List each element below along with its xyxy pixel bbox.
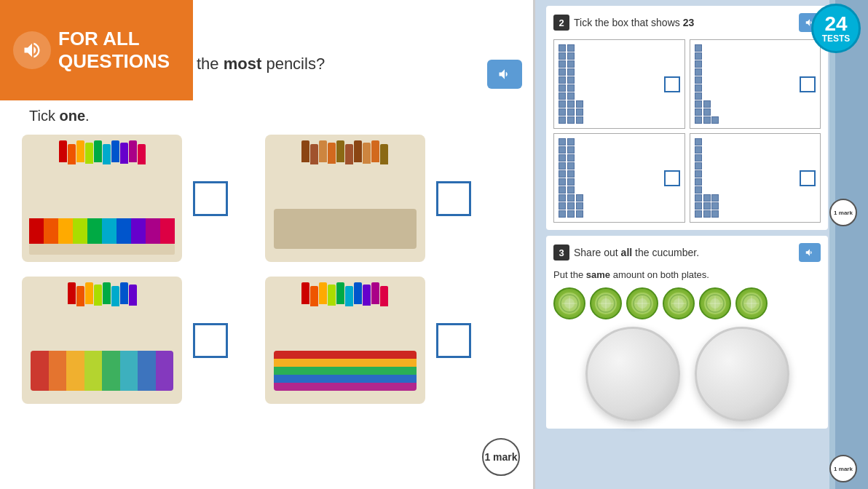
block-option-3 [553, 133, 685, 223]
mark-indicator-q3: 1 mark [829, 455, 857, 482]
checkbox-4[interactable] [436, 323, 471, 358]
checkbox-block-3[interactable] [664, 170, 680, 186]
for-all-questions-banner: FOR ALL QUESTIONS [0, 0, 193, 100]
svg-point-16 [706, 295, 724, 312]
svg-point-5 [601, 298, 611, 309]
svg-point-1 [564, 298, 575, 309]
cucumber-row [553, 287, 821, 319]
block-visual-3 [559, 138, 583, 218]
cucumber-6 [735, 287, 768, 319]
svg-point-12 [670, 295, 687, 312]
pencil-box-1 [22, 135, 182, 262]
block-visual-1 [559, 44, 583, 124]
audio-button-q3[interactable] [799, 243, 821, 262]
q2-section: 2 Tick the box that shows 23 [546, 6, 828, 230]
svg-point-8 [634, 295, 651, 312]
q3-subtext: Put the same amount on both plates. [553, 269, 821, 280]
pencil-box-2 [265, 135, 425, 262]
tests-badge: 24 TESTS [811, 4, 861, 53]
cucumber-1 [553, 287, 585, 319]
audio-button-q1[interactable] [487, 60, 522, 89]
q3-section: 3 Share out all the cucumber. Put the sa… [546, 236, 828, 429]
pencil-option-1 [22, 135, 250, 262]
blocks-options-grid [553, 39, 821, 223]
checkbox-block-2[interactable] [800, 76, 816, 92]
svg-point-13 [674, 298, 684, 309]
block-option-2 [690, 39, 821, 129]
block-visual-4 [695, 138, 719, 218]
tick-instruction: Tick one. [29, 108, 90, 124]
svg-point-4 [597, 295, 615, 312]
cucumber-4 [663, 287, 695, 319]
checkbox-block-4[interactable] [800, 170, 816, 186]
checkbox-3[interactable] [193, 323, 228, 358]
pencil-options-grid [22, 135, 493, 404]
pencil-box-3 [22, 277, 182, 404]
svg-point-0 [561, 295, 578, 312]
block-option-4 [690, 133, 821, 223]
cucumber-5 [699, 287, 731, 319]
pencil-box-4 [265, 277, 425, 404]
pencil-option-2 [265, 135, 494, 262]
plates-row [553, 327, 821, 421]
mark-indicator-left: 1 mark [482, 438, 520, 476]
svg-point-9 [637, 298, 647, 309]
cucumber-2 [590, 287, 622, 319]
checkbox-1[interactable] [193, 181, 228, 216]
svg-point-20 [743, 295, 760, 312]
checkbox-2[interactable] [436, 181, 471, 216]
q3-text: Share out all the cucumber. [574, 247, 799, 258]
banner-speaker-icon [13, 31, 51, 69]
question-text: the most pencils? [197, 55, 489, 73]
plate-1 [585, 327, 680, 421]
left-panel: FOR ALL QUESTIONS the most pencils? Tick… [0, 0, 535, 489]
right-panel-left-accent [829, 0, 835, 489]
mark-indicator-q2: 1 mark [829, 199, 857, 226]
block-visual-2 [695, 44, 719, 124]
banner-label: FOR ALL QUESTIONS [58, 28, 170, 73]
cucumber-3 [626, 287, 658, 319]
q2-text: Tick the box that shows 23 [574, 17, 799, 28]
q3-header: 3 Share out all the cucumber. [553, 243, 821, 262]
plate-2 [695, 327, 789, 421]
right-panel: 24 TESTS 2 Tick the box that shows 23 [535, 0, 868, 489]
pencil-option-3 [22, 277, 250, 404]
pencil-option-4 [265, 277, 494, 404]
svg-point-17 [710, 298, 720, 309]
svg-point-21 [746, 298, 757, 309]
q2-header: 2 Tick the box that shows 23 [553, 13, 821, 32]
block-option-1 [553, 39, 685, 129]
right-panel-right-sidebar [835, 0, 868, 489]
checkbox-block-1[interactable] [664, 76, 680, 92]
q2-container: 2 Tick the box that shows 23 [546, 6, 828, 230]
q3-container: 3 Share out all the cucumber. Put the sa… [546, 236, 828, 486]
